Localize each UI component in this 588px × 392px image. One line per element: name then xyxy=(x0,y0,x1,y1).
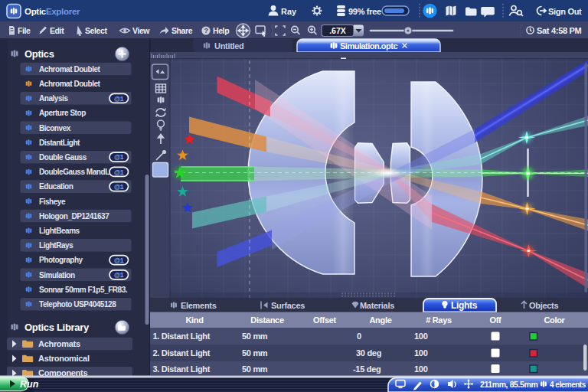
svg-text:Objects: Objects xyxy=(529,301,558,310)
svg-text:Off: Off xyxy=(490,315,502,325)
svg-text:Education: Education xyxy=(39,182,74,191)
svg-text:DoubleGauss MandL.: DoubleGauss MandL. xyxy=(39,168,112,176)
svg-text:Achromat Doublet: Achromat Doublet xyxy=(39,80,101,88)
svg-text:?: ? xyxy=(204,27,207,34)
svg-text:Analysis: Analysis xyxy=(39,94,68,103)
svg-text:1. Distant Light: 1. Distant Light xyxy=(153,332,211,341)
svg-text:Color: Color xyxy=(544,315,565,325)
svg-text:Biconvex: Biconvex xyxy=(39,124,71,132)
svg-text:100: 100 xyxy=(414,364,428,374)
svg-text:LightBeams: LightBeams xyxy=(39,227,80,235)
svg-text:@1: @1 xyxy=(114,95,124,103)
svg-text:30 deg: 30 deg xyxy=(356,348,381,358)
svg-text:Lights: Lights xyxy=(451,300,478,311)
svg-text:50 mm: 50 mm xyxy=(242,364,268,374)
svg-text:Double Gauss: Double Gauss xyxy=(39,153,87,162)
svg-text:Telephoto USP4045128: Telephoto USP4045128 xyxy=(39,300,116,309)
svg-text:100: 100 xyxy=(414,348,428,358)
svg-text:Fisheye: Fisheye xyxy=(39,198,66,206)
svg-text:Sonnar 50mm F1p5_FR83.: Sonnar 50mm F1p5_FR83. xyxy=(39,286,128,294)
svg-text:LightRays: LightRays xyxy=(39,241,74,250)
svg-text:Run: Run xyxy=(20,379,39,390)
svg-text:-15 deg: -15 deg xyxy=(353,364,381,374)
svg-text:0: 0 xyxy=(357,332,361,341)
svg-text:2. Distant Light: 2. Distant Light xyxy=(153,348,211,358)
svg-text:99% free: 99% free xyxy=(348,7,381,16)
svg-text:Optics: Optics xyxy=(24,48,54,60)
svg-text:Photography: Photography xyxy=(39,256,83,264)
svg-text:.67X: .67X xyxy=(329,26,346,35)
svg-text:Sat 4:58 PM: Sat 4:58 PM xyxy=(537,26,582,35)
svg-text:File: File xyxy=(18,26,31,35)
svg-text:Select: Select xyxy=(85,26,107,35)
svg-text:Astronomical: Astronomical xyxy=(38,354,90,363)
svg-text:OpticExplorer: OpticExplorer xyxy=(24,7,80,16)
svg-text:Angle: Angle xyxy=(369,315,391,325)
svg-text:Hologon_DP1241637: Hologon_DP1241637 xyxy=(39,212,109,220)
svg-text:211mm, 85.5mm: 211mm, 85.5mm xyxy=(480,380,537,389)
svg-text:Distance: Distance xyxy=(250,315,284,325)
svg-text:Untitled: Untitled xyxy=(214,41,244,51)
svg-text:Simulation.optc: Simulation.optc xyxy=(340,41,397,51)
svg-text:Simulation: Simulation xyxy=(39,271,75,279)
svg-text:Sign Out: Sign Out xyxy=(548,7,582,16)
svg-text:View: View xyxy=(132,26,150,35)
svg-text:Help: Help xyxy=(213,26,229,35)
svg-text:Achromats: Achromats xyxy=(38,339,80,348)
svg-text:100: 100 xyxy=(414,332,428,341)
svg-text:4 elements: 4 elements xyxy=(550,381,586,389)
svg-text:Optics Library: Optics Library xyxy=(24,322,90,333)
svg-text:Ray: Ray xyxy=(281,7,297,16)
svg-text:Offset: Offset xyxy=(313,315,337,325)
svg-text:Aperture Stop: Aperture Stop xyxy=(39,109,86,117)
svg-text:Surfaces: Surfaces xyxy=(271,301,305,310)
svg-text:Share: Share xyxy=(172,26,193,35)
svg-text:Kind: Kind xyxy=(185,315,203,325)
svg-text:# Rays: # Rays xyxy=(426,315,452,325)
svg-text:Materials: Materials xyxy=(360,301,394,310)
svg-text:Elements: Elements xyxy=(181,301,217,310)
svg-text:Achromat Doublet: Achromat Doublet xyxy=(39,65,101,74)
svg-text:50 mm: 50 mm xyxy=(242,348,268,358)
svg-text:Edit: Edit xyxy=(50,26,64,35)
svg-text:3. Distant Light: 3. Distant Light xyxy=(153,364,211,374)
svg-text:DistantLight: DistantLight xyxy=(39,139,80,147)
svg-text:50 mm: 50 mm xyxy=(242,332,268,341)
